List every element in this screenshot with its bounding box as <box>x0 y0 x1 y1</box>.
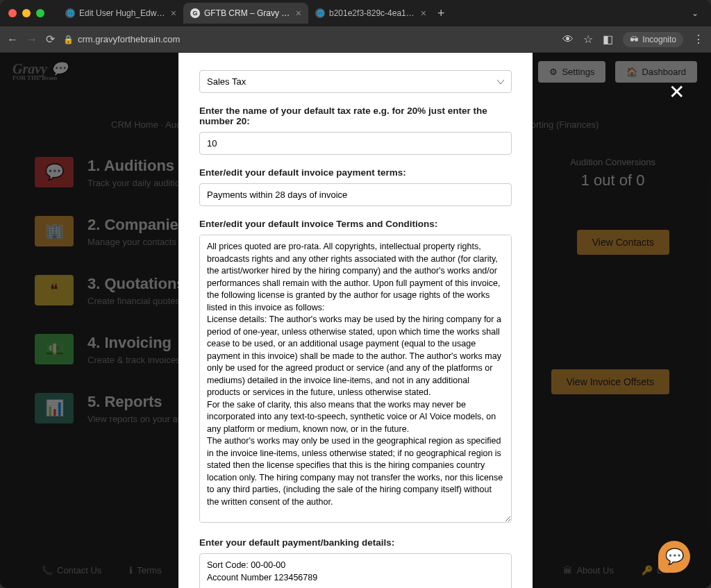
browser-tab-2[interactable]: G GFTB CRM – Gravy For The Bra × <box>183 3 308 24</box>
chat-widget-button[interactable]: 💬 <box>658 541 690 573</box>
browser-tab-1[interactable]: 🌐 Edit User Hugh_Edwards ‹ GFT × <box>58 3 183 24</box>
kebab-menu-icon[interactable]: ⋮ <box>693 33 704 46</box>
url-text: crm.gravyforthebrain.com <box>78 34 180 44</box>
forward-button[interactable]: → <box>26 33 37 46</box>
window-close-button[interactable] <box>8 9 17 17</box>
address-bar[interactable]: 🔒 crm.gravyforthebrain.com <box>63 34 554 44</box>
banking-label: Enter your default payment/banking detai… <box>199 537 512 548</box>
tax-rate-label: Enter the name of your default tax rate … <box>199 106 512 126</box>
star-icon[interactable]: ☆ <box>583 33 593 46</box>
incognito-icon: 🕶 <box>630 35 638 44</box>
settings-modal: Enter the name of your default tax name … <box>178 53 533 588</box>
lock-icon: 🔒 <box>63 35 74 44</box>
browser-tabs: 🌐 Edit User Hugh_Edwards ‹ GFT × G GFTB … <box>58 0 703 26</box>
tab-title: b201e2f3-829c-4ea1-ac20-20 <box>329 8 417 18</box>
close-modal-button[interactable]: ✕ <box>669 81 685 103</box>
tax-rate-input[interactable] <box>199 132 512 155</box>
banking-textarea[interactable] <box>199 553 512 588</box>
incognito-label: Incognito <box>642 35 676 44</box>
tab-title: Edit User Hugh_Edwards ‹ GFT <box>79 8 167 18</box>
payment-terms-label: Enter/edit your default invoice payment … <box>199 167 512 178</box>
traffic-lights <box>8 9 44 17</box>
tab-title: GFTB CRM – Gravy For The Bra <box>204 8 292 18</box>
payment-terms-input[interactable] <box>199 183 512 206</box>
browser-toolbar: ← → ⟳ 🔒 crm.gravyforthebrain.com 👁 ☆ ◧ 🕶… <box>0 26 711 53</box>
window-titlebar: 🌐 Edit User Hugh_Edwards ‹ GFT × G GFTB … <box>0 0 711 26</box>
terms-conditions-label: Enter/edit your default invoice Terms an… <box>199 219 512 229</box>
window-max-button[interactable] <box>36 9 44 17</box>
site-icon: G <box>190 8 200 18</box>
close-icon[interactable]: × <box>421 8 426 19</box>
chat-icon: 💬 <box>665 548 684 566</box>
globe-icon: 🌐 <box>65 8 75 18</box>
reload-button[interactable]: ⟳ <box>46 33 55 46</box>
browser-tab-3[interactable]: 🌐 b201e2f3-829c-4ea1-ac20-20 × <box>308 3 433 24</box>
incognito-badge[interactable]: 🕶 Incognito <box>623 32 683 47</box>
globe-icon: 🌐 <box>315 8 325 18</box>
terms-conditions-textarea[interactable] <box>199 235 512 523</box>
close-icon[interactable]: × <box>296 8 301 19</box>
panel-icon[interactable]: ◧ <box>603 33 613 46</box>
close-icon[interactable]: × <box>171 8 176 19</box>
chevron-down-icon[interactable]: ⌄ <box>692 8 703 18</box>
new-tab-button[interactable]: + <box>433 6 449 21</box>
window-min-button[interactable] <box>22 9 31 17</box>
eye-off-icon[interactable]: 👁 <box>562 33 574 46</box>
tax-name-select[interactable]: Sales Tax <box>199 70 512 93</box>
back-button[interactable]: ← <box>7 33 18 46</box>
